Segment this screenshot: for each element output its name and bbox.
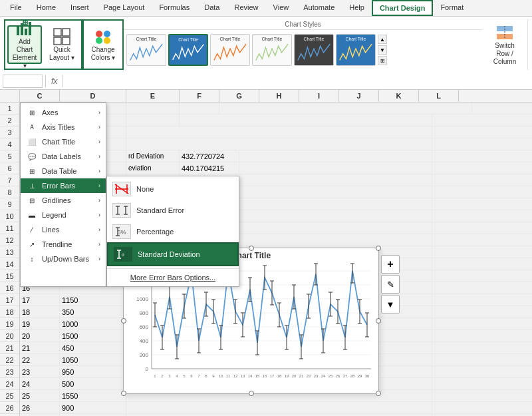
row-num-2[interactable]: 2 — [0, 114, 19, 126]
chart-handle-tr[interactable] — [376, 246, 381, 251]
row-num-4[interactable]: 4 — [0, 138, 19, 150]
menu-item-data-table[interactable]: ⊞ Data Table › — [21, 164, 106, 178]
chart-handle-br[interactable] — [376, 391, 381, 396]
tab-help[interactable]: Help — [342, 0, 372, 16]
cell-rest-5[interactable] — [239, 150, 432, 162]
formula-input[interactable] — [66, 77, 529, 85]
row-num-6[interactable]: 6 — [0, 162, 19, 174]
chart-handle-mr[interactable] — [376, 318, 381, 323]
row-num-11[interactable]: 11 — [0, 222, 19, 234]
row-num-7[interactable]: 7 — [0, 174, 19, 186]
chart-style-1[interactable]: Chart Title — [126, 34, 166, 66]
menu-item-axis-titles[interactable]: Ａ Axis Titles › — [21, 120, 106, 134]
menu-item-lines[interactable]: ⁄ Lines › — [21, 222, 106, 237]
menu-item-axes[interactable]: ⊞ Axes › — [21, 105, 106, 120]
menu-item-data-labels[interactable]: 💬 Data Labels › — [21, 149, 106, 164]
chart-filter-button[interactable]: ▼ — [381, 295, 400, 313]
tab-data[interactable]: Data — [197, 0, 227, 16]
row-num-3[interactable]: 3 — [0, 126, 19, 138]
col-header-k[interactable]: K — [379, 90, 419, 102]
row-num-8[interactable]: 8 — [0, 186, 19, 198]
tab-view[interactable]: View — [266, 0, 297, 16]
tab-file[interactable]: File — [3, 0, 29, 16]
menu-item-gridlines[interactable]: ⊟ Gridlines › — [21, 193, 106, 208]
cell-rest-1[interactable] — [219, 103, 472, 114]
row-num-23[interactable]: 23 — [0, 366, 19, 378]
svg-text:2: 2 — [161, 374, 164, 378]
chart-style-5[interactable]: Chart Title — [294, 34, 334, 66]
svg-text:14: 14 — [247, 374, 252, 378]
tab-home[interactable]: Home — [29, 0, 63, 16]
more-error-bars-options[interactable]: More Error Bars Options... — [107, 271, 239, 284]
menu-item-trendline[interactable]: ↗ Trendline › — [21, 237, 106, 252]
row-num-15[interactable]: 15 — [0, 270, 19, 282]
data-table-arrow: › — [98, 168, 100, 174]
error-bars-none[interactable]: None — [107, 178, 239, 200]
change-colors-button[interactable]: Change Colors ▾ — [86, 25, 120, 64]
col-header-c[interactable]: C — [20, 90, 60, 102]
row-num-25[interactable]: 25 — [0, 390, 19, 402]
row-num-20[interactable]: 20 — [0, 330, 19, 342]
row-num-18[interactable]: 18 — [0, 306, 19, 318]
axis-titles-arrow: › — [98, 124, 100, 130]
tab-insert[interactable]: Insert — [63, 0, 96, 16]
row-num-17[interactable]: 17 — [0, 294, 19, 306]
tab-page-layout[interactable]: Page Layout — [96, 0, 152, 16]
row-num-12[interactable]: 12 — [0, 234, 19, 246]
chart-handle-bm[interactable] — [249, 391, 254, 396]
chart-handle-bl[interactable] — [121, 391, 126, 396]
row-num-14[interactable]: 14 — [0, 258, 19, 270]
col-header-f[interactable]: F — [180, 90, 219, 102]
quick-layout-button[interactable]: Quick Layout ▾ — [45, 25, 79, 64]
row-num-16[interactable]: 16 — [0, 282, 19, 294]
name-box[interactable] — [3, 75, 43, 88]
scroll-expand-arrow[interactable]: ⊞ — [378, 56, 387, 65]
error-bars-percentage[interactable]: 5% Percentage — [107, 221, 239, 242]
col-header-e[interactable]: E — [126, 90, 180, 102]
tab-formulas[interactable]: Formulas — [152, 0, 197, 16]
tab-format[interactable]: Format — [433, 0, 471, 16]
svg-text:1000: 1000 — [136, 296, 148, 302]
chart-add-element-button[interactable]: + — [381, 255, 400, 274]
menu-item-chart-title[interactable]: ⬜ Chart Title › — [21, 134, 106, 149]
row-num-19[interactable]: 19 — [0, 318, 19, 330]
chart-handle-tm[interactable] — [249, 246, 254, 251]
cell-rest-6[interactable] — [239, 162, 432, 174]
col-header-h[interactable]: H — [259, 90, 299, 102]
chart-style-button[interactable]: ✎ — [381, 275, 400, 294]
col-header-d[interactable]: D — [60, 90, 126, 102]
chart-style-6[interactable]: Chart Title — [336, 34, 376, 66]
row-num-10[interactable]: 10 — [0, 210, 19, 222]
chart-style-4[interactable]: Chart Title — [252, 34, 292, 66]
chart-handle-ml[interactable] — [121, 318, 126, 323]
error-bars-standard-error[interactable]: Standard Error — [107, 200, 239, 221]
col-header-i[interactable]: I — [299, 90, 339, 102]
switch-row-col-button[interactable]: Switch Row / Column — [487, 25, 522, 64]
tab-review[interactable]: Review — [227, 0, 265, 16]
row-num-9[interactable]: 9 — [0, 198, 19, 210]
dropdown-menu-container: ⊞ Axes › Ａ Axis Titles › ⬜ Chart Title ›… — [20, 103, 239, 287]
trendline-arrow: › — [98, 241, 100, 248]
add-chart-element-button[interactable]: Add Chart Element ▾ — [7, 25, 42, 64]
row-num-26[interactable]: 26 — [0, 402, 19, 414]
menu-item-updown-bars[interactable]: ↕ Up/Down Bars › — [21, 252, 106, 266]
error-bars-std-dev[interactable]: σ Standard Deviation — [107, 242, 239, 266]
chart-style-2[interactable]: Chart Title — [168, 34, 208, 66]
col-header-l[interactable]: L — [419, 90, 459, 102]
chart-style-3[interactable]: Chart Title — [210, 34, 250, 66]
row-num-21[interactable]: 21 — [0, 342, 19, 354]
cell-rest-8[interactable] — [239, 186, 432, 198]
scroll-up-arrow[interactable]: ▲ — [378, 35, 387, 44]
scroll-down-arrow[interactable]: ▼ — [378, 45, 387, 55]
row-num-13[interactable]: 13 — [0, 246, 19, 258]
tab-automate[interactable]: Automate — [296, 0, 342, 16]
menu-item-error-bars[interactable]: ⊥ Error Bars › — [21, 178, 106, 193]
col-header-g[interactable]: G — [219, 90, 259, 102]
menu-item-legend[interactable]: ▬ Legend › — [21, 208, 106, 222]
row-num-1[interactable]: 1 — [0, 103, 19, 114]
row-num-24[interactable]: 24 — [0, 378, 19, 390]
row-num-22[interactable]: 22 — [0, 354, 19, 366]
col-header-j[interactable]: J — [339, 90, 379, 102]
tab-chart-design[interactable]: Chart Design — [372, 0, 433, 16]
row-num-5[interactable]: 5 — [0, 150, 19, 162]
